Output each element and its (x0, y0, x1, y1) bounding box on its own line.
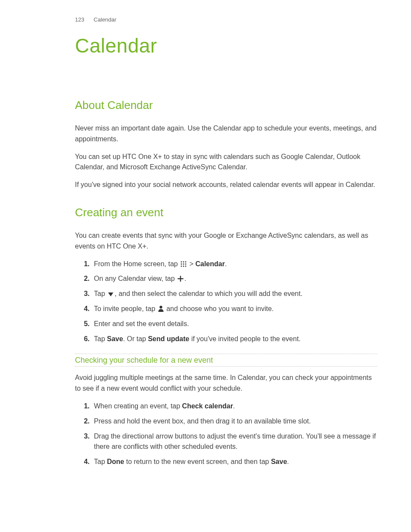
creating-step-4: To invite people, tap and choose who you… (79, 304, 377, 314)
step-text: > (187, 260, 195, 268)
creating-step-3: Tap , and then select the calendar to wh… (79, 289, 377, 299)
svg-point-2 (185, 261, 187, 262)
step-text: to return to the new event screen, and t… (124, 458, 271, 465)
person-icon (158, 305, 164, 312)
step-text: Tap (94, 458, 107, 465)
creating-step-6: Tap Save. Or tap Send update if you've i… (79, 334, 377, 345)
header-section-name: Calendar (93, 16, 116, 23)
step-text: . (287, 458, 289, 465)
section-about-calendar: About Calendar Never miss an important d… (75, 99, 377, 190)
step-text: Press and hold the event box, and then d… (94, 417, 311, 425)
step-text: . (225, 260, 227, 268)
svg-point-0 (181, 261, 182, 262)
step-text: , and then select the calendar to which … (115, 290, 302, 297)
creating-steps-list: From the Home screen, tap > Calendar. On… (79, 259, 377, 345)
step-bold-save: Save (271, 458, 287, 465)
heading-checking-schedule: Checking your schedule for a new event (75, 354, 377, 367)
step-text: From the Home screen, tap (94, 260, 180, 268)
step-bold-done: Done (107, 458, 124, 465)
creating-step-2: On any Calendar view, tap . (79, 274, 377, 284)
plus-icon (177, 276, 184, 282)
creating-step-5: Enter and set the event details. (79, 319, 377, 330)
about-paragraph-1: Never miss an important date again. Use … (75, 123, 377, 145)
svg-marker-11 (108, 292, 113, 296)
step-text: When creating an event, tap (94, 402, 182, 410)
step-text: . (233, 402, 235, 410)
svg-point-7 (183, 265, 184, 267)
svg-point-1 (183, 261, 184, 262)
svg-point-12 (159, 306, 162, 308)
step-text: Tap (94, 335, 107, 342)
step-text: To invite people, tap (94, 305, 157, 312)
step-text: if you've invited people to the event. (189, 335, 300, 342)
all-apps-icon (181, 261, 187, 267)
checking-step-4: Tap Done to return to the new event scre… (79, 457, 377, 467)
step-bold-send-update: Send update (148, 335, 189, 342)
creating-step-1: From the Home screen, tap > Calendar. (79, 259, 377, 270)
dropdown-triangle-icon (108, 292, 114, 297)
svg-point-3 (181, 263, 182, 264)
checking-step-1: When creating an event, tap Check calend… (79, 401, 377, 412)
heading-creating-event: Creating an event (75, 206, 377, 219)
about-paragraph-3: If you've signed into your social networ… (75, 180, 377, 190)
step-bold-save: Save (107, 335, 123, 342)
step-text: and choose who you want to invite. (165, 305, 274, 312)
running-header: 123 Calendar (75, 16, 377, 23)
svg-point-6 (181, 265, 182, 267)
about-paragraph-2: You can set up HTC One X+ to stay in syn… (75, 152, 377, 173)
step-bold-check-calendar: Check calendar (182, 402, 233, 410)
step-text: On any Calendar view, tap (94, 275, 177, 282)
page: 123 Calendar Calendar About Calendar Nev… (0, 0, 411, 532)
page-number: 123 (75, 16, 84, 23)
checking-step-2: Press and hold the event box, and then d… (79, 416, 377, 427)
creating-intro: You can create events that sync with you… (75, 230, 377, 252)
checking-intro: Avoid juggling multiple meetings at the … (75, 373, 377, 394)
svg-point-8 (185, 265, 187, 267)
step-text: Enter and set the event details. (94, 320, 189, 327)
heading-about-calendar: About Calendar (75, 99, 377, 112)
step-text: . Or tap (123, 335, 148, 342)
svg-point-4 (183, 263, 184, 264)
section-creating-event: Creating an event You can create events … (75, 206, 377, 467)
step-bold-calendar: Calendar (195, 260, 224, 268)
step-text: Tap (94, 290, 107, 297)
step-text: Drag the directional arrow buttons to ad… (94, 432, 376, 451)
checking-step-3: Drag the directional arrow buttons to ad… (79, 431, 377, 453)
svg-point-5 (185, 263, 187, 264)
checking-steps-list: When creating an event, tap Check calend… (79, 401, 377, 467)
step-text: . (184, 275, 186, 282)
chapter-title: Calendar (75, 34, 377, 57)
